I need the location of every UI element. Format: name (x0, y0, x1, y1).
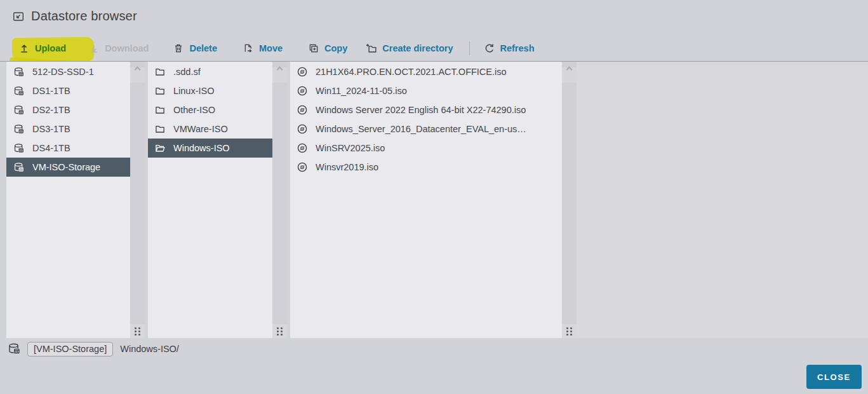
iso-disc-icon (297, 86, 307, 96)
delete-button[interactable]: Delete (173, 43, 217, 53)
move-file-icon (243, 43, 253, 53)
datastore-list-scrollbar[interactable] (130, 62, 145, 338)
datastore-name: DS4-1TB (32, 143, 70, 153)
iso-disc-icon (297, 105, 307, 115)
refresh-button[interactable]: Refresh (484, 43, 535, 54)
column-resize-grip[interactable] (130, 324, 145, 338)
datastore-name: DS3-1TB (32, 124, 70, 134)
datastore-name: 512-DS-SSD-1 (32, 67, 94, 77)
datastore-row[interactable]: DS1-1TB (6, 81, 130, 100)
toolbar-separator (469, 41, 470, 55)
chevron-up-icon (277, 67, 283, 73)
folder-list-scrollbar[interactable] (272, 62, 287, 338)
datastore-row[interactable]: DS2-1TB (6, 100, 130, 119)
chevron-up-icon (566, 67, 573, 73)
file-row[interactable]: Winsvr2019.iso (290, 158, 562, 177)
folder-icon (155, 105, 165, 115)
datastore-icon (13, 86, 24, 97)
move-button[interactable]: Move (243, 43, 283, 53)
close-button[interactable]: CLOSE (806, 365, 862, 389)
datastore-row[interactable]: DS3-1TB (6, 119, 130, 139)
datastore-icon (13, 67, 24, 78)
upload-label: Upload (35, 43, 66, 53)
file-name: 21H1X64.PRO.EN.OCT.2021.ACT.OFFICE.iso (316, 67, 507, 77)
folder-open-icon (155, 143, 165, 153)
copy-label: Copy (324, 43, 347, 53)
datastore-browser-icon (13, 11, 24, 22)
datastore-row[interactable]: 512-DS-SSD-1 (6, 62, 130, 81)
iso-disc-icon (297, 143, 307, 153)
path-text: Windows-ISO/ (120, 344, 179, 354)
datastore-row[interactable]: DS4-1TB (6, 139, 130, 158)
create-directory-button[interactable]: Create directory (366, 43, 453, 54)
refresh-icon (484, 43, 495, 54)
new-folder-icon (366, 43, 377, 54)
chevron-up-icon (135, 67, 141, 73)
folder-name: VMWare-ISO (173, 124, 228, 134)
grip-dots-icon (135, 327, 137, 329)
column-resize-grip[interactable] (272, 324, 287, 338)
file-list-scrollbar[interactable] (562, 62, 577, 338)
file-name: Winsvr2019.iso (316, 162, 378, 172)
empty-panel (577, 62, 868, 338)
folder-row[interactable]: .sdd.sf (148, 62, 272, 81)
dialog-header: Datastore browser (13, 9, 137, 24)
file-row[interactable]: 21H1X64.PRO.EN.OCT.2021.ACT.OFFICE.iso (290, 62, 562, 81)
iso-disc-icon (297, 162, 307, 172)
datastore-icon (13, 162, 24, 173)
trash-icon (173, 43, 184, 53)
scroll-up-button[interactable] (562, 67, 577, 83)
file-row[interactable]: Windows Server 2022 English 64-bit X22-7… (290, 100, 562, 119)
file-list: 21H1X64.PRO.EN.OCT.2021.ACT.OFFICE.iso W… (290, 62, 562, 338)
datastore-row-selected[interactable]: VM-ISO-Storage (6, 158, 130, 177)
delete-label: Delete (189, 43, 217, 53)
current-path-bar: [VM-ISO-Storage] Windows-ISO/ (8, 340, 179, 358)
download-button[interactable]: Download (89, 43, 149, 53)
grip-dots-icon (277, 327, 279, 329)
datastore-badge: [VM-ISO-Storage] (27, 342, 113, 357)
folder-list: .sdd.sf Linux-ISO Other-ISO VMWare-ISO W… (148, 62, 272, 338)
create-directory-label: Create directory (382, 43, 453, 53)
download-label: Download (105, 43, 149, 53)
datastore-icon (13, 105, 24, 116)
folder-name: .sdd.sf (173, 67, 201, 77)
datastore-name: VM-ISO-Storage (32, 162, 100, 172)
grip-dots-icon (566, 327, 568, 329)
scroll-up-button[interactable] (130, 67, 145, 83)
file-name: WinSRV2025.iso (316, 143, 385, 153)
folder-name: Windows-ISO (173, 143, 230, 153)
folder-name: Other-ISO (173, 105, 215, 115)
iso-disc-icon (297, 67, 307, 77)
upload-icon (19, 43, 29, 53)
copy-icon (309, 43, 319, 53)
datastore-icon (13, 124, 24, 135)
file-name: Windows_Server_2016_Datacenter_EVAL_en-u… (316, 124, 526, 134)
folder-row[interactable]: VMWare-ISO (148, 119, 272, 139)
folder-icon (155, 124, 165, 134)
file-name: Win11_2024-11-05.iso (316, 86, 407, 96)
move-label: Move (259, 43, 283, 53)
file-name: Windows Server 2022 English 64-bit X22-7… (316, 105, 526, 115)
refresh-label: Refresh (500, 43, 535, 53)
datastore-icon (8, 343, 20, 355)
dialog-title: Datastore browser (31, 9, 137, 24)
folder-name: Linux-ISO (173, 86, 214, 96)
folder-icon (155, 67, 165, 77)
file-row[interactable]: Windows_Server_2016_Datacenter_EVAL_en-u… (290, 119, 562, 139)
scroll-up-button[interactable] (272, 67, 287, 83)
toolbar: Upload Download Delete Move Copy Create … (19, 36, 535, 61)
column-resize-grip[interactable] (562, 324, 577, 338)
upload-button[interactable]: Upload (19, 43, 66, 53)
folder-row-selected[interactable]: Windows-ISO (148, 139, 272, 158)
datastore-icon (13, 143, 24, 154)
folder-icon (155, 86, 165, 96)
datastore-list: 512-DS-SSD-1 DS1-1TB DS2-1TB DS3-1TB DS4… (6, 62, 130, 338)
folder-row[interactable]: Other-ISO (148, 100, 272, 119)
datastore-name: DS1-1TB (32, 86, 70, 96)
download-icon (89, 43, 99, 53)
folder-row[interactable]: Linux-ISO (148, 81, 272, 100)
datastore-name: DS2-1TB (32, 105, 70, 115)
file-row[interactable]: WinSRV2025.iso (290, 139, 562, 158)
file-row[interactable]: Win11_2024-11-05.iso (290, 81, 562, 100)
copy-button[interactable]: Copy (309, 43, 347, 53)
